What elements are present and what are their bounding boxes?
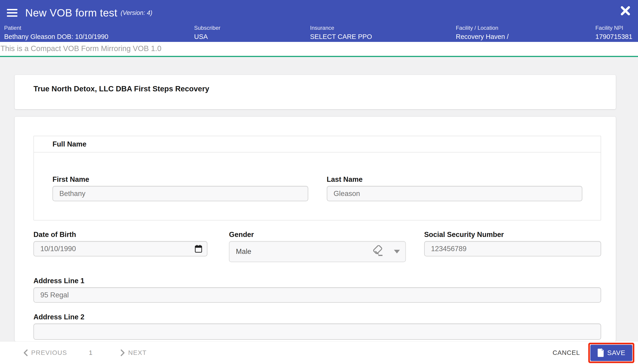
insurance-info: Insurance SELECT CARE PPO (310, 25, 372, 40)
last-name-group: Last Name (327, 175, 582, 201)
last-name-field[interactable] (327, 186, 582, 201)
ssn-field[interactable] (424, 241, 601, 256)
address2-label: Address Line 2 (34, 313, 601, 321)
chevron-left-icon (23, 349, 29, 356)
address1-group: Address Line 1 (34, 277, 601, 303)
address1-field[interactable] (34, 287, 601, 303)
form-version: (Version: 4) (121, 10, 152, 16)
dob-field[interactable] (34, 241, 207, 256)
last-name-label: Last Name (327, 175, 582, 184)
document-icon (597, 348, 604, 357)
dob-label: Date of Birth (34, 230, 207, 239)
page-title: New VOB form test (25, 7, 117, 19)
form-scroll-area: True North Detox, LLC DBA First Steps Re… (0, 57, 638, 341)
clear-eraser-icon[interactable] (372, 245, 384, 258)
patient-info-bar: Patient Bethany Gleason DOB: 10/10/1990 … (0, 25, 638, 42)
facility-npi-info: Facility NPI 1790715381 (595, 25, 632, 40)
page-number[interactable]: 1 (89, 349, 93, 356)
next-button[interactable]: NEXT (120, 349, 147, 356)
facility-title-card: True North Detox, LLC DBA First Steps Re… (15, 75, 616, 109)
ssn-group: Social Security Number (424, 230, 601, 262)
calendar-icon[interactable] (195, 245, 202, 254)
facility-name: True North Detox, LLC DBA First Steps Re… (34, 84, 616, 93)
chevron-down-icon (394, 250, 400, 254)
gender-group: Gender Male (229, 230, 406, 262)
gender-select[interactable]: Male (229, 241, 406, 262)
footer-actions: CANCEL SAVE (552, 343, 634, 363)
save-button[interactable]: SAVE (590, 345, 632, 361)
full-name-fields: First Name Last Name (34, 152, 601, 220)
form-card: Full Name First Name Last Name Date of B… (15, 117, 616, 341)
address2-group: Address Line 2 (34, 313, 601, 340)
first-name-group: First Name (53, 175, 308, 201)
app-header: New VOB form test (Version: 4) Patient B… (0, 0, 638, 42)
save-button-highlight: SAVE (588, 343, 634, 363)
patient-info: Patient Bethany Gleason DOB: 10/10/1990 (4, 25, 108, 40)
full-name-section: Full Name First Name Last Name (34, 136, 601, 220)
facility-location-info: Facility / Location Recovery Haven / (456, 25, 509, 40)
full-name-section-title: Full Name (34, 136, 601, 152)
dob-group: Date of Birth (34, 230, 207, 262)
subscriber-info: Subscriber USA (194, 25, 220, 40)
menu-icon[interactable] (7, 9, 18, 17)
cancel-button[interactable]: CANCEL (552, 349, 580, 356)
gender-value: Male (236, 248, 251, 256)
form-description: This is a Compact VOB Form Mirroring VOB… (1, 44, 638, 53)
gender-label: Gender (229, 230, 406, 239)
form-description-bar: This is a Compact VOB Form Mirroring VOB… (0, 42, 638, 56)
address2-field[interactable] (34, 324, 601, 340)
first-name-label: First Name (53, 175, 308, 184)
close-icon[interactable] (620, 5, 631, 16)
demographics-row: Date of Birth Gender M (34, 230, 601, 262)
header-title-row: New VOB form test (Version: 4) (0, 0, 638, 20)
form-footer: PREVIOUS 1 NEXT CANCEL SAVE (0, 341, 638, 364)
address1-label: Address Line 1 (34, 277, 601, 285)
first-name-field[interactable] (53, 186, 308, 201)
ssn-label: Social Security Number (424, 230, 601, 239)
previous-button[interactable]: PREVIOUS (23, 349, 67, 356)
chevron-right-icon (120, 349, 125, 356)
